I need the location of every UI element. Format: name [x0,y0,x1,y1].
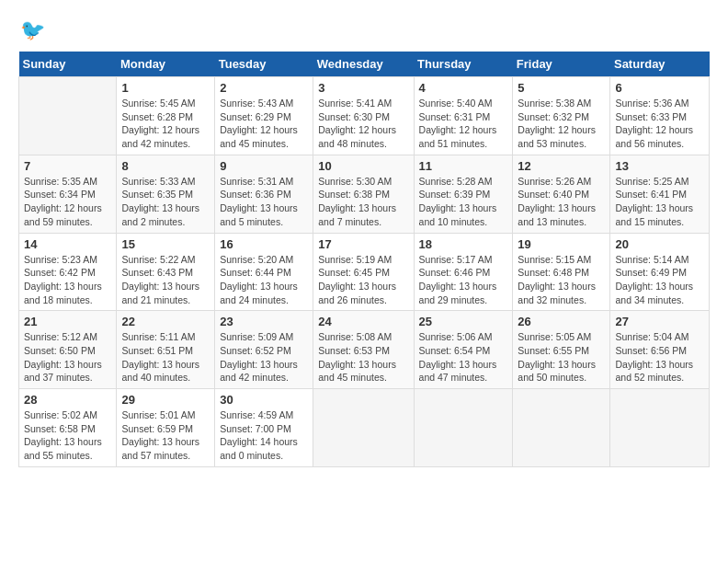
calendar-cell: 8Sunrise: 5:33 AMSunset: 6:35 PMDaylight… [117,155,215,233]
day-info: Sunrise: 5:05 AMSunset: 6:55 PMDaylight:… [518,330,605,385]
day-number: 27 [615,315,704,328]
day-info: Sunrise: 5:36 AMSunset: 6:33 PMDaylight:… [615,97,704,151]
calendar-cell: 29Sunrise: 5:01 AMSunset: 6:59 PMDayligh… [117,389,215,467]
day-number: 5 [518,81,605,95]
day-number: 21 [24,315,111,328]
day-number: 12 [518,159,605,173]
calendar-cell: 24Sunrise: 5:08 AMSunset: 6:53 PMDayligh… [313,311,414,389]
day-info: Sunrise: 5:04 AMSunset: 6:56 PMDaylight:… [615,330,704,385]
calendar-cell [610,389,710,467]
calendar-cell: 1Sunrise: 5:45 AMSunset: 6:28 PMDaylight… [117,77,215,155]
calendar-cell: 25Sunrise: 5:06 AMSunset: 6:54 PMDayligh… [414,311,513,389]
day-info: Sunrise: 5:14 AMSunset: 6:49 PMDaylight:… [615,253,704,307]
day-number: 30 [220,393,308,407]
day-info: Sunrise: 5:30 AMSunset: 6:38 PMDaylight:… [318,175,408,229]
weekday-header-thursday: Thursday [414,52,513,77]
calendar-cell: 16Sunrise: 5:20 AMSunset: 6:44 PMDayligh… [215,233,313,311]
day-info: Sunrise: 5:22 AMSunset: 6:43 PMDaylight:… [121,253,210,307]
day-number: 2 [220,81,308,95]
day-info: Sunrise: 5:25 AMSunset: 6:41 PMDaylight:… [615,175,704,229]
calendar-cell: 5Sunrise: 5:38 AMSunset: 6:32 PMDaylight… [513,77,610,155]
logo: 🐦 [18,18,45,42]
day-info: Sunrise: 5:23 AMSunset: 6:42 PMDaylight:… [24,253,111,307]
calendar-cell: 3Sunrise: 5:41 AMSunset: 6:30 PMDaylight… [313,77,414,155]
calendar-cell: 11Sunrise: 5:28 AMSunset: 6:39 PMDayligh… [414,155,513,233]
day-number: 13 [615,159,704,173]
day-info: Sunrise: 5:12 AMSunset: 6:50 PMDaylight:… [24,330,111,385]
calendar-cell: 22Sunrise: 5:11 AMSunset: 6:51 PMDayligh… [117,311,215,389]
calendar-cell: 28Sunrise: 5:02 AMSunset: 6:58 PMDayligh… [19,389,117,467]
day-number: 19 [518,237,605,251]
day-number: 3 [318,81,408,95]
calendar-cell: 13Sunrise: 5:25 AMSunset: 6:41 PMDayligh… [610,155,710,233]
day-info: Sunrise: 5:17 AMSunset: 6:46 PMDaylight:… [419,253,508,307]
calendar-cell: 9Sunrise: 5:31 AMSunset: 6:36 PMDaylight… [215,155,313,233]
day-number: 18 [419,237,508,251]
day-number: 25 [419,315,508,328]
calendar-week-4: 21Sunrise: 5:12 AMSunset: 6:50 PMDayligh… [19,311,710,389]
day-number: 6 [615,81,704,95]
calendar-week-5: 28Sunrise: 5:02 AMSunset: 6:58 PMDayligh… [19,389,710,467]
day-info: Sunrise: 5:43 AMSunset: 6:29 PMDaylight:… [220,97,308,151]
calendar-cell: 4Sunrise: 5:40 AMSunset: 6:31 PMDaylight… [414,77,513,155]
weekday-header-saturday: Saturday [610,52,710,77]
weekday-header-sunday: Sunday [19,52,117,77]
calendar-cell: 17Sunrise: 5:19 AMSunset: 6:45 PMDayligh… [313,233,414,311]
calendar-cell: 15Sunrise: 5:22 AMSunset: 6:43 PMDayligh… [117,233,215,311]
day-info: Sunrise: 5:40 AMSunset: 6:31 PMDaylight:… [419,97,508,151]
weekday-header-wednesday: Wednesday [313,52,414,77]
weekday-header-monday: Monday [117,52,215,77]
calendar-cell [513,389,610,467]
day-info: Sunrise: 5:19 AMSunset: 6:45 PMDaylight:… [318,253,408,307]
day-number: 11 [419,159,508,173]
day-number: 8 [121,159,210,173]
calendar-cell: 21Sunrise: 5:12 AMSunset: 6:50 PMDayligh… [19,311,117,389]
day-number: 4 [419,81,508,95]
day-info: Sunrise: 5:01 AMSunset: 6:59 PMDaylight:… [121,408,210,463]
calendar-cell: 23Sunrise: 5:09 AMSunset: 6:52 PMDayligh… [215,311,313,389]
day-info: Sunrise: 5:35 AMSunset: 6:34 PMDaylight:… [24,175,111,229]
day-info: Sunrise: 5:31 AMSunset: 6:36 PMDaylight:… [220,175,308,229]
day-number: 22 [121,315,210,328]
day-number: 20 [615,237,704,251]
calendar-week-2: 7Sunrise: 5:35 AMSunset: 6:34 PMDaylight… [19,155,710,233]
day-info: Sunrise: 5:20 AMSunset: 6:44 PMDaylight:… [220,253,308,307]
day-number: 15 [121,237,210,251]
day-number: 14 [24,237,111,251]
day-number: 1 [121,81,210,95]
day-number: 24 [318,315,408,328]
day-info: Sunrise: 5:38 AMSunset: 6:32 PMDaylight:… [518,97,605,151]
calendar-cell: 19Sunrise: 5:15 AMSunset: 6:48 PMDayligh… [513,233,610,311]
weekday-header-friday: Friday [513,52,610,77]
day-info: Sunrise: 5:33 AMSunset: 6:35 PMDaylight:… [121,175,210,229]
calendar-cell: 30Sunrise: 4:59 AMSunset: 7:00 PMDayligh… [215,389,313,467]
calendar-header-row: SundayMondayTuesdayWednesdayThursdayFrid… [19,52,710,77]
calendar-cell: 7Sunrise: 5:35 AMSunset: 6:34 PMDaylight… [19,155,117,233]
day-number: 26 [518,315,605,328]
day-number: 10 [318,159,408,173]
calendar-week-1: 1Sunrise: 5:45 AMSunset: 6:28 PMDaylight… [19,77,710,155]
calendar-cell [414,389,513,467]
calendar-cell [313,389,414,467]
day-info: Sunrise: 5:08 AMSunset: 6:53 PMDaylight:… [318,330,408,385]
day-number: 29 [121,393,210,407]
day-info: Sunrise: 5:45 AMSunset: 6:28 PMDaylight:… [121,97,210,151]
day-info: Sunrise: 5:11 AMSunset: 6:51 PMDaylight:… [121,330,210,385]
day-info: Sunrise: 5:09 AMSunset: 6:52 PMDaylight:… [220,330,308,385]
day-number: 16 [220,237,308,251]
day-info: Sunrise: 5:41 AMSunset: 6:30 PMDaylight:… [318,97,408,151]
day-info: Sunrise: 4:59 AMSunset: 7:00 PMDaylight:… [220,408,308,463]
calendar-cell: 14Sunrise: 5:23 AMSunset: 6:42 PMDayligh… [19,233,117,311]
day-info: Sunrise: 5:06 AMSunset: 6:54 PMDaylight:… [419,330,508,385]
calendar-cell: 26Sunrise: 5:05 AMSunset: 6:55 PMDayligh… [513,311,610,389]
day-info: Sunrise: 5:02 AMSunset: 6:58 PMDaylight:… [24,408,111,463]
day-number: 17 [318,237,408,251]
day-info: Sunrise: 5:15 AMSunset: 6:48 PMDaylight:… [518,253,605,307]
calendar-cell: 18Sunrise: 5:17 AMSunset: 6:46 PMDayligh… [414,233,513,311]
day-number: 23 [220,315,308,328]
calendar-cell: 20Sunrise: 5:14 AMSunset: 6:49 PMDayligh… [610,233,710,311]
day-info: Sunrise: 5:28 AMSunset: 6:39 PMDaylight:… [419,175,508,229]
calendar-table: SundayMondayTuesdayWednesdayThursdayFrid… [18,52,710,467]
weekday-header-tuesday: Tuesday [215,52,313,77]
calendar-cell: 6Sunrise: 5:36 AMSunset: 6:33 PMDaylight… [610,77,710,155]
